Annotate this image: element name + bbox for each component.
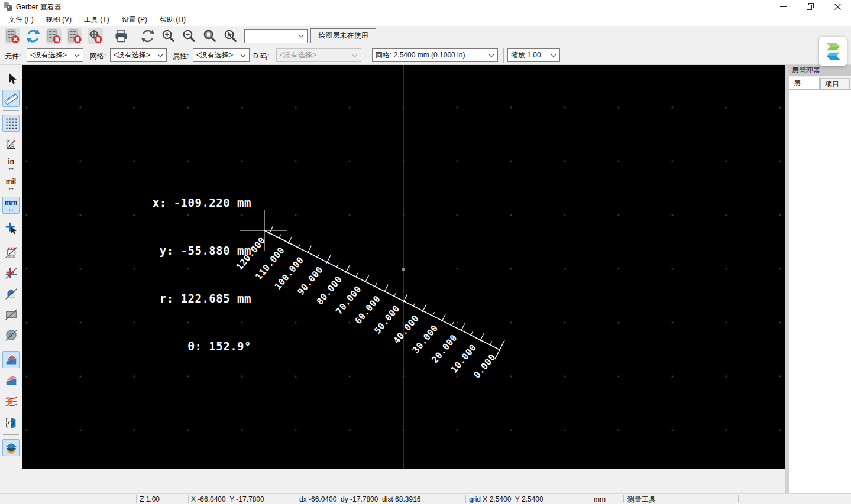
layer-manager-toggle-button[interactable] xyxy=(2,439,20,456)
net-combo[interactable]: <没有选择> xyxy=(110,48,167,62)
sidebar-separator xyxy=(3,434,19,435)
flashed-items-sketch-icon xyxy=(4,266,18,280)
status-tool: 测量工具 xyxy=(627,495,656,504)
reload-icon xyxy=(25,28,41,44)
redraw-button[interactable] xyxy=(140,28,156,44)
menu-view[interactable]: 视图 (V) xyxy=(43,14,75,26)
status-divider xyxy=(623,495,624,503)
mil-unit-icon: mil↔ xyxy=(6,178,16,190)
chevron-down-icon xyxy=(298,34,304,38)
toolbar-separator xyxy=(368,48,368,63)
layers-transparency-mode-button[interactable] xyxy=(2,372,20,389)
attribute-combo[interactable]: <没有选择> xyxy=(193,48,250,62)
component-combo[interactable]: <没有选择> xyxy=(27,48,83,62)
status-bar: Z 1.00 X -66.0400 Y -17.7800 dx -66.0400… xyxy=(0,493,851,504)
drawing-canvas[interactable]: x: -109.220 mm y: -55.880 mm r: 122.685 … xyxy=(22,65,785,469)
dcode-combo[interactable]: <没有选择> xyxy=(276,48,361,62)
zoom-fit-button[interactable] xyxy=(202,28,218,44)
s-ribbon-logo-icon xyxy=(821,39,845,64)
print-icon xyxy=(114,28,129,44)
menu-preferences[interactable]: 设置 (P) xyxy=(118,14,151,26)
attribute-value: <没有选择> xyxy=(196,50,233,60)
chevron-down-icon xyxy=(352,54,358,57)
sketch-polygons-button[interactable] xyxy=(2,305,20,323)
select-tool-button[interactable] xyxy=(2,70,20,87)
measure-tool-button[interactable] xyxy=(2,90,20,107)
sidebar-separator xyxy=(3,110,19,111)
zoom-value: 缩放 1.00 xyxy=(511,50,541,60)
cursor-arrow-icon xyxy=(4,71,18,86)
show-dcodes-button[interactable]: 0 xyxy=(2,326,20,343)
open-gerber-file-icon-2 xyxy=(67,28,82,44)
zoom-combo[interactable]: 缩放 1.00 xyxy=(507,48,560,62)
tab-layers[interactable]: 层 xyxy=(789,77,820,90)
panel-splitter[interactable] xyxy=(785,65,789,493)
zoom-in-button[interactable] xyxy=(161,28,176,44)
layer-list-area[interactable] xyxy=(789,89,851,493)
open-gerber-file-icon xyxy=(46,28,62,44)
units-mm-button[interactable]: mm↔ xyxy=(2,197,20,214)
layer-manager-panel: 层管理器 层 项目 xyxy=(785,65,851,493)
svg-text:0.000: 0.000 xyxy=(471,352,497,381)
open-gerber-file-button-2[interactable] xyxy=(67,28,82,44)
sketch-footprints-button[interactable] xyxy=(2,243,20,261)
polar-coords-button[interactable]: r θ xyxy=(2,135,20,152)
menu-help[interactable]: 帮助 (H) xyxy=(156,14,189,26)
ruler-icon xyxy=(4,92,18,106)
redraw-icon xyxy=(140,28,156,44)
chevron-down-icon xyxy=(157,54,163,57)
plot-layer-status: 绘图层未在使用 xyxy=(310,28,376,43)
minimize-icon xyxy=(780,4,787,10)
crosshair-cursor-icon xyxy=(4,221,18,235)
menu-tools[interactable]: 工具 (T) xyxy=(80,14,113,26)
open-gerber-file-button[interactable] xyxy=(46,28,62,44)
net-label: 网络: xyxy=(90,51,106,61)
status-divider xyxy=(590,495,590,503)
units-inch-button[interactable]: in↔ xyxy=(2,155,20,173)
highlight-net-button[interactable] xyxy=(2,392,20,409)
zoom-selection-icon xyxy=(223,28,238,44)
bottom-strip xyxy=(0,469,785,493)
toolbar-separator xyxy=(109,29,109,43)
cursor-shape-button[interactable] xyxy=(2,219,20,236)
flip-view-icon xyxy=(4,415,18,430)
diff-mode-button[interactable] xyxy=(2,414,20,431)
svg-text:θ: θ xyxy=(11,143,14,148)
lines-sketch-icon xyxy=(4,287,18,301)
chevron-down-icon xyxy=(240,54,246,57)
status-grid: grid X 2.5400 Y 2.5400 xyxy=(469,495,543,504)
zoom-out-icon xyxy=(182,28,197,44)
tab-items[interactable]: 项目 xyxy=(820,78,850,90)
sketch-lines-button[interactable] xyxy=(2,285,20,302)
filter-toolbar: 元件: <没有选择> 网络: <没有选择> 属性: <没有选择> D 码: <没… xyxy=(0,46,851,65)
restore-button[interactable] xyxy=(797,0,824,13)
print-button[interactable] xyxy=(114,28,129,44)
net-value: <没有选择> xyxy=(114,50,150,60)
zoom-in-icon xyxy=(161,28,176,44)
mm-unit-icon: mm↔ xyxy=(5,200,17,212)
units-mil-button[interactable]: mil↔ xyxy=(2,175,20,193)
grid-value: 网格: 2.5400 mm (0.1000 in) xyxy=(376,50,465,60)
screen-capture-overlay-button[interactable] xyxy=(819,37,847,66)
status-divider xyxy=(738,495,739,503)
clear-layers-button[interactable] xyxy=(5,28,20,44)
layers-display-mode-button[interactable] xyxy=(2,351,20,368)
menu-file[interactable]: 文件 (F) xyxy=(5,14,37,26)
reload-layers-button[interactable] xyxy=(25,28,41,44)
layers-transparency-icon xyxy=(4,373,18,388)
open-drill-file-button[interactable] xyxy=(88,28,103,44)
minimize-button[interactable] xyxy=(769,0,797,13)
layer-stack-icon xyxy=(4,441,18,455)
status-divider xyxy=(296,495,296,503)
zoom-out-button[interactable] xyxy=(182,28,197,44)
zoom-selection-button[interactable] xyxy=(223,28,238,44)
grid-toggle-button[interactable] xyxy=(2,115,20,132)
sketch-flashed-button[interactable] xyxy=(2,264,20,281)
close-button[interactable] xyxy=(824,0,851,13)
layers-mode-icon xyxy=(4,353,18,367)
dcodes-icon: 0 xyxy=(4,328,18,342)
title-bar: Gerber 查看器 xyxy=(0,0,851,13)
grid-combo[interactable]: 网格: 2.5400 mm (0.1000 in) xyxy=(372,48,498,62)
dcode-select-combo[interactable] xyxy=(244,29,308,43)
chevron-down-icon xyxy=(488,54,494,57)
